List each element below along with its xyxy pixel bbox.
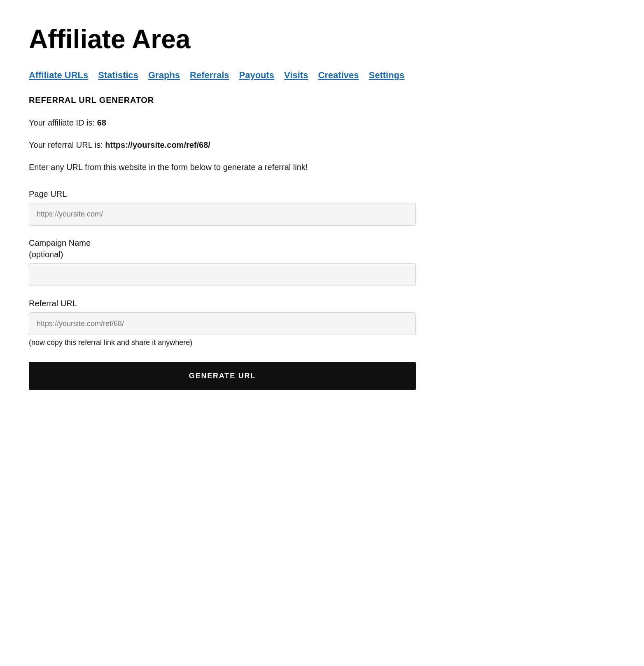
referral-url-group: Referral URL (now copy this referral lin…	[29, 298, 615, 347]
referral-url-label: Your referral URL is:	[29, 140, 105, 149]
nav-settings[interactable]: Settings	[369, 70, 404, 81]
referral-url-hint: (now copy this referral link and share i…	[29, 338, 615, 347]
referral-url-field-label: Referral URL	[29, 298, 615, 309]
main-nav: Affiliate URLs Statistics Graphs Referra…	[29, 70, 615, 81]
nav-affiliate-urls[interactable]: Affiliate URLs	[29, 70, 88, 81]
nav-graphs[interactable]: Graphs	[148, 70, 180, 81]
referral-url-generator-section: REFERRAL URL GENERATOR Your affiliate ID…	[29, 95, 615, 390]
description-text: Enter any URL from this website in the f…	[29, 161, 615, 173]
affiliate-id-label: Your affiliate ID is:	[29, 118, 97, 127]
nav-creatives[interactable]: Creatives	[318, 70, 359, 81]
affiliate-id-value: 68	[97, 118, 106, 127]
nav-referrals[interactable]: Referrals	[190, 70, 229, 81]
campaign-name-label: Campaign Name(optional)	[29, 237, 615, 260]
section-title: REFERRAL URL GENERATOR	[29, 95, 615, 105]
generate-url-button[interactable]: GENERATE URL	[29, 362, 416, 390]
page-url-input[interactable]	[29, 203, 416, 226]
referral-url-input[interactable]	[29, 312, 416, 335]
campaign-name-input[interactable]	[29, 263, 416, 286]
referral-url-line: Your referral URL is: https://yoursite.c…	[29, 139, 615, 151]
referral-url-value: https://yoursite.com/ref/68/	[105, 140, 210, 149]
page-title: Affiliate Area	[29, 25, 615, 54]
nav-statistics[interactable]: Statistics	[98, 70, 138, 81]
page-url-label: Page URL	[29, 188, 615, 200]
affiliate-id-line: Your affiliate ID is: 68	[29, 116, 615, 129]
nav-visits[interactable]: Visits	[284, 70, 308, 81]
nav-payouts[interactable]: Payouts	[239, 70, 275, 81]
page-url-group: Page URL	[29, 188, 615, 226]
campaign-name-group: Campaign Name(optional)	[29, 237, 615, 286]
